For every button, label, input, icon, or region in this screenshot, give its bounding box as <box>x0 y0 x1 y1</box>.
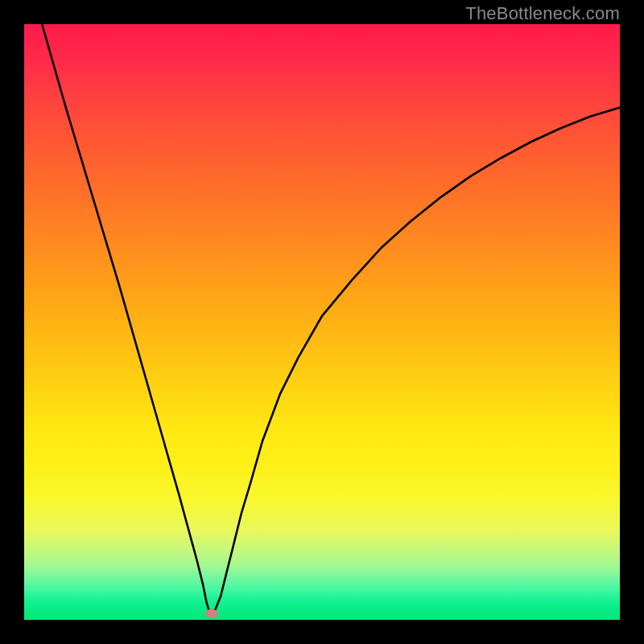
chart-frame: TheBottleneck.com <box>0 0 644 644</box>
bottleneck-curve <box>42 24 620 614</box>
bottleneck-marker <box>205 609 218 618</box>
curve-svg <box>24 24 620 620</box>
plot-area <box>24 24 620 620</box>
watermark-text: TheBottleneck.com <box>465 3 620 24</box>
